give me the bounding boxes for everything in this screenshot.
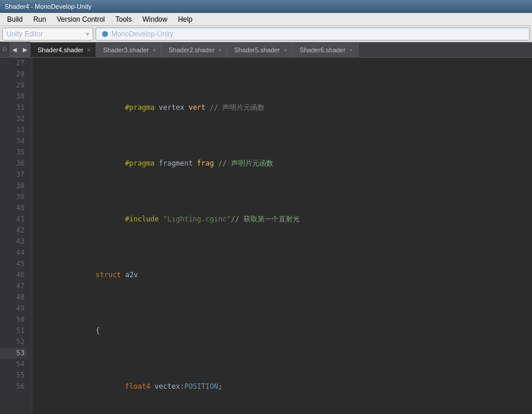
linenum-48: 48: [0, 292, 27, 303]
menu-window[interactable]: Window: [138, 14, 172, 25]
linenum-38: 38: [0, 180, 27, 191]
title-bar: Shader4 - MonoDevelop-Unity: [0, 0, 532, 13]
linenum-47: 47: [0, 281, 27, 292]
linenum-35: 35: [0, 147, 27, 158]
tab-shader3-close[interactable]: ×: [153, 47, 156, 53]
menu-run[interactable]: Run: [29, 14, 51, 25]
code-line-32: float4 vectex:POSITION;: [37, 381, 532, 392]
linenum-28: 28: [0, 69, 27, 80]
toolbar: Unity Editor ▾ MonoDevelop-Unity: [0, 26, 532, 42]
line-numbers: 27 28 29 30 31 32 33 34 35 36 37 38 39 4…: [0, 58, 32, 414]
tab-shader5-label: Shader5.shader: [234, 46, 280, 53]
tab-shader5[interactable]: Shader5.shader ×: [227, 43, 293, 57]
dropdown-arrow-icon: ▾: [86, 30, 89, 38]
menu-build[interactable]: Build: [2, 14, 28, 25]
tab-shader6-close[interactable]: ×: [349, 47, 353, 53]
code-line-28: #pragma fragment frag // 声明片元函数: [37, 158, 532, 169]
linenum-27: 27: [0, 58, 27, 69]
tab-shader6-label: Shader6.shader: [300, 46, 345, 53]
monodev-label: MonoDevelop-Unity: [96, 28, 530, 41]
menu-help[interactable]: Help: [173, 14, 197, 25]
tab-shader2-close[interactable]: ×: [218, 47, 222, 53]
code-line-31: {: [37, 325, 532, 336]
linenum-51: 51: [0, 325, 27, 336]
project-dropdown[interactable]: Unity Editor ▾: [2, 28, 93, 41]
linenum-41: 41: [0, 214, 27, 225]
tab-nav-next[interactable]: ▶: [20, 42, 31, 57]
linenum-53: 53: [0, 348, 27, 359]
tab-shader3-label: Shader3.shader: [103, 46, 149, 53]
tab-shader5-close[interactable]: ×: [283, 47, 287, 53]
pin-button[interactable]: ⊡: [0, 42, 9, 57]
menu-version-control[interactable]: Version Control: [52, 14, 110, 25]
linenum-36: 36: [0, 158, 27, 169]
linenum-29: 29: [0, 80, 27, 91]
code-line-29: #include "Lighting.cginc"// 获取第一个直射光: [37, 214, 532, 225]
linenum-49: 49: [0, 303, 27, 314]
menu-tools[interactable]: Tools: [111, 14, 137, 25]
linenum-42: 42: [0, 225, 27, 236]
title-text: Shader4 - MonoDevelop-Unity: [5, 3, 92, 10]
code-line-27: #pragma vertex vert // 声明片元函数: [37, 102, 532, 113]
menu-bar: Build Run Version Control Tools Window H…: [0, 13, 532, 26]
linenum-45: 45: [0, 258, 27, 270]
tab-bar: ⊡ ◀ ▶ Shader4.shader × Shader3.shader × …: [0, 42, 532, 58]
linenum-54: 54: [0, 359, 27, 370]
tab-shader4-close[interactable]: ×: [87, 47, 90, 53]
tab-shader3[interactable]: Shader3.shader ×: [96, 43, 162, 57]
linenum-52: 52: [0, 336, 27, 348]
linenum-46: 46: [0, 270, 27, 281]
code-line-30: struct a2v: [37, 270, 532, 281]
linenum-40: 40: [0, 203, 27, 214]
linenum-55: 55: [0, 370, 27, 381]
monodev-text: MonoDevelop-Unity: [111, 30, 173, 38]
linenum-44: 44: [0, 247, 27, 258]
tab-shader6[interactable]: Shader6.shader ×: [293, 43, 358, 57]
dropdown-label: Unity Editor: [6, 30, 43, 38]
linenum-34: 34: [0, 136, 27, 147]
editor-area: 27 28 29 30 31 32 33 34 35 36 37 38 39 4…: [0, 58, 532, 414]
linenum-33: 33: [0, 124, 27, 136]
linenum-43: 43: [0, 236, 27, 247]
tab-shader4[interactable]: Shader4.shader ×: [31, 43, 96, 57]
tab-nav-prev[interactable]: ◀: [9, 42, 20, 57]
tab-shader2-label: Shader2.shader: [168, 46, 214, 53]
linenum-39: 39: [0, 191, 27, 203]
code-area[interactable]: #pragma vertex vert // 声明片元函数 #pragma fr…: [32, 58, 532, 414]
linenum-50: 50: [0, 314, 27, 325]
linenum-32: 32: [0, 113, 27, 124]
linenum-37: 37: [0, 169, 27, 180]
linenum-30: 30: [0, 91, 27, 102]
mono-status-icon: [102, 31, 108, 37]
linenum-56: 56: [0, 381, 27, 392]
tab-shader4-label: Shader4.shader: [38, 46, 83, 53]
tab-shader2[interactable]: Shader2.shader ×: [161, 43, 227, 57]
linenum-31: 31: [0, 102, 27, 113]
